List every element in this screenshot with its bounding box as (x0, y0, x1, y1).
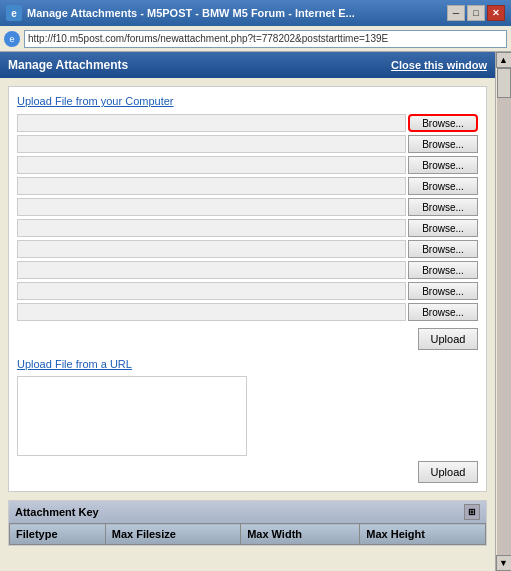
col-max-height: Max Height (360, 524, 486, 545)
file-row: Browse... (17, 239, 478, 259)
file-row: Browse... (17, 197, 478, 217)
file-input-1[interactable] (17, 114, 406, 132)
browse-button-9[interactable]: Browse... (408, 282, 478, 300)
file-row: Browse... (17, 302, 478, 322)
manage-attachments-header: Manage Attachments Close this window (0, 52, 495, 78)
upload-url-label: Upload File from a URL (17, 358, 478, 370)
expand-icon[interactable]: ⊞ (464, 504, 480, 520)
file-row: Browse... (17, 134, 478, 154)
table-header-row: Filetype Max Filesize Max Width Max Heig… (10, 524, 486, 545)
file-input-7[interactable] (17, 240, 406, 258)
browse-button-4[interactable]: Browse... (408, 177, 478, 195)
upload-computer-row: Upload (17, 328, 478, 350)
attachment-key-header: Attachment Key ⊞ (9, 501, 486, 523)
attachment-key-section: Attachment Key ⊞ Filetype Max Filesize M… (8, 500, 487, 546)
window-title: Manage Attachments - M5POST - BMW M5 For… (27, 7, 447, 19)
manage-attachments-title: Manage Attachments (8, 58, 128, 72)
scroll-up-arrow[interactable]: ▲ (496, 52, 512, 68)
col-max-filesize: Max Filesize (105, 524, 240, 545)
url-section: Upload File from a URL Upload (17, 358, 478, 483)
address-input[interactable] (24, 30, 507, 48)
file-row: Browse... (17, 113, 478, 133)
scroll-thumb[interactable] (497, 68, 511, 98)
file-input-8[interactable] (17, 261, 406, 279)
address-bar: e (0, 26, 511, 52)
col-max-width: Max Width (241, 524, 360, 545)
browse-button-10[interactable]: Browse... (408, 303, 478, 321)
minimize-button[interactable]: ─ (447, 5, 465, 21)
file-row: Browse... (17, 260, 478, 280)
url-textarea[interactable] (17, 376, 247, 456)
main-container: Manage Attachments Close this window Upl… (0, 52, 511, 571)
content-area: Manage Attachments Close this window Upl… (0, 52, 495, 571)
title-bar: e Manage Attachments - M5POST - BMW M5 F… (0, 0, 511, 26)
browse-button-6[interactable]: Browse... (408, 219, 478, 237)
file-input-2[interactable] (17, 135, 406, 153)
col-filetype: Filetype (10, 524, 106, 545)
close-button[interactable]: ✕ (487, 5, 505, 21)
browser-logo-icon: e (4, 31, 20, 47)
file-row: Browse... (17, 218, 478, 238)
file-rows: Browse... Browse... Browse... Browse... (17, 113, 478, 322)
attachment-key-table: Filetype Max Filesize Max Width Max Heig… (9, 523, 486, 545)
window-controls: ─ □ ✕ (447, 5, 505, 21)
file-row: Browse... (17, 281, 478, 301)
browse-button-8[interactable]: Browse... (408, 261, 478, 279)
inner-panel: Upload File from your Computer Browse...… (8, 86, 487, 492)
url-upload-row: Upload (17, 461, 478, 483)
upload-url-button[interactable]: Upload (418, 461, 478, 483)
scroll-track[interactable] (497, 68, 511, 555)
file-input-4[interactable] (17, 177, 406, 195)
file-input-6[interactable] (17, 219, 406, 237)
attachment-key-label: Attachment Key (15, 506, 99, 518)
scrollbar[interactable]: ▲ ▼ (495, 52, 511, 571)
upload-computer-button[interactable]: Upload (418, 328, 478, 350)
browse-button-7[interactable]: Browse... (408, 240, 478, 258)
scroll-down-arrow[interactable]: ▼ (496, 555, 512, 571)
browse-button-1[interactable]: Browse... (408, 114, 478, 132)
file-row: Browse... (17, 155, 478, 175)
browser-icon: e (6, 5, 22, 21)
file-input-3[interactable] (17, 156, 406, 174)
browse-button-3[interactable]: Browse... (408, 156, 478, 174)
maximize-button[interactable]: □ (467, 5, 485, 21)
file-input-10[interactable] (17, 303, 406, 321)
file-input-5[interactable] (17, 198, 406, 216)
browse-button-2[interactable]: Browse... (408, 135, 478, 153)
browse-button-5[interactable]: Browse... (408, 198, 478, 216)
upload-computer-label: Upload File from your Computer (17, 95, 478, 107)
file-row: Browse... (17, 176, 478, 196)
file-input-9[interactable] (17, 282, 406, 300)
close-window-link[interactable]: Close this window (391, 59, 487, 71)
